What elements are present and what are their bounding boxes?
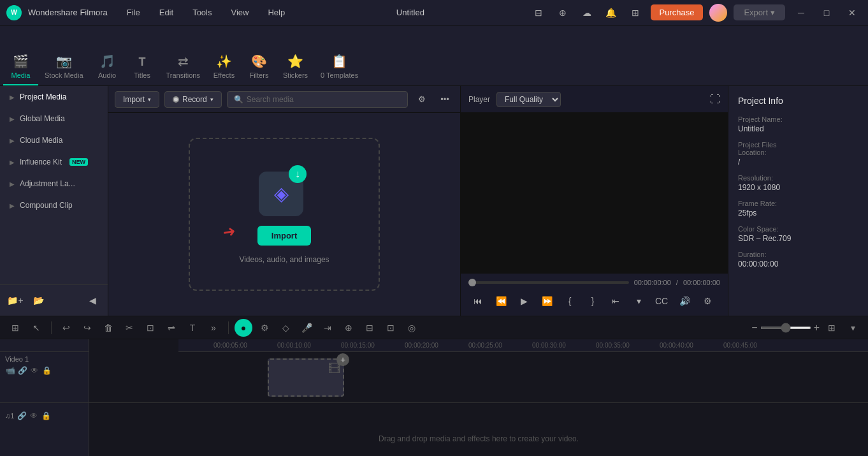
sidebar-item-compound-clip[interactable]: ▶ Compound Clip <box>0 195 108 216</box>
tab-transitions[interactable]: ⇄ Transitions <box>160 48 206 85</box>
system-icon-3[interactable]: ☁ <box>578 4 596 22</box>
sidebar-global-media-label: Global Media <box>20 114 65 123</box>
tab-stock-media[interactable]: 📷 Stock Media <box>38 48 90 85</box>
search-icon: 🔍 <box>234 95 243 104</box>
audio-link-icon[interactable]: 🔗 <box>17 411 27 421</box>
settings-timeline-button[interactable]: ⚙ <box>256 319 273 337</box>
system-icon-4[interactable]: 🔔 <box>602 4 620 22</box>
menu-view[interactable]: View <box>224 5 255 20</box>
cut-button[interactable]: ✂ <box>120 319 138 337</box>
tab-media[interactable]: 🎬 Media <box>3 48 38 85</box>
filter-icon[interactable]: ⚙ <box>413 91 431 108</box>
sidebar-item-cloud-media[interactable]: ▶ Cloud Media <box>0 129 108 151</box>
mark-out-button[interactable]: } <box>583 291 602 311</box>
crop-button[interactable]: ⊡ <box>141 319 159 337</box>
user-avatar[interactable] <box>709 4 727 22</box>
sidebar-item-project-media[interactable]: ▶ Project Media <box>0 86 108 108</box>
settings-button[interactable]: ⚙ <box>698 291 717 311</box>
frame-rate-label: Frame Rate: <box>738 200 858 207</box>
split-audio-button[interactable]: ⇌ <box>163 319 180 337</box>
video-camera-icon[interactable]: 📹 <box>5 365 15 376</box>
more-tools-button[interactable]: » <box>205 319 222 337</box>
timeline-select-button[interactable]: ↖ <box>27 319 45 337</box>
menu-file[interactable]: File <box>120 5 147 20</box>
import-toolbar: Import ▾ Record ▾ 🔍 Search media ⚙ <box>108 86 460 113</box>
tab-bar: 🎬 Media 📷 Stock Media 🎵 Audio T Titles ⇄… <box>0 26 868 86</box>
maximize-button[interactable]: □ <box>817 3 836 22</box>
sidebar-item-adjustment-layer[interactable]: ▶ Adjustment La... <box>0 173 108 195</box>
tab-titles[interactable]: T Titles <box>125 50 160 85</box>
go-to-out-button[interactable]: ▾ <box>629 291 648 311</box>
tab-stickers[interactable]: ⭐ Stickers <box>277 48 314 85</box>
progress-bar[interactable] <box>468 281 629 284</box>
tab-filters[interactable]: 🎨 Filters <box>242 48 277 85</box>
lock-icon[interactable]: 🔒 <box>41 365 52 376</box>
skip-back-button[interactable]: ⏮ <box>468 291 488 311</box>
eye-icon[interactable]: 👁 <box>29 365 40 376</box>
main-layout: 🎬 Media 📷 Stock Media 🎵 Audio T Titles ⇄… <box>0 26 868 456</box>
step-back-button[interactable]: ⏪ <box>491 291 510 311</box>
system-icon-5[interactable]: ⊞ <box>626 4 644 22</box>
collapse-panel-icon[interactable]: ◀ <box>83 291 101 309</box>
clip-add-icon[interactable]: + <box>336 353 349 366</box>
redo-button[interactable]: ↪ <box>78 319 96 337</box>
record-audio-button[interactable]: ● <box>235 319 252 337</box>
link-icon[interactable]: 🔗 <box>17 365 27 376</box>
more-options-icon[interactable]: ••• <box>436 91 454 108</box>
folder-icon[interactable]: 📂 <box>29 291 47 309</box>
fullscreen-button[interactable]: ⛶ <box>710 94 720 105</box>
zoom-slider[interactable] <box>760 327 811 329</box>
microphone-button[interactable]: 🎤 <box>298 319 315 337</box>
detach-audio-button[interactable]: ⇥ <box>319 319 336 337</box>
captions-button[interactable]: CC <box>652 291 671 311</box>
layout-button[interactable]: ⊞ <box>823 319 841 337</box>
tab-effects[interactable]: ✨ Effects <box>206 48 242 85</box>
zoom-in-icon[interactable]: + <box>814 322 820 334</box>
ruler-mark-2: 00:00:15:00 <box>341 342 375 349</box>
stabilize-button[interactable]: ◎ <box>403 319 421 337</box>
video-track[interactable]: + 🎞 <box>89 352 868 403</box>
add-folder-icon[interactable]: 📁+ <box>6 291 24 309</box>
import-big-button[interactable]: Import <box>257 226 311 246</box>
purchase-button[interactable]: Purchase <box>651 4 704 20</box>
quality-select[interactable]: Full Quality Half Quality <box>496 92 561 107</box>
play-button[interactable]: ▶ <box>514 291 533 311</box>
placeholder-clip[interactable]: + 🎞 <box>268 358 344 397</box>
go-to-in-button[interactable]: ⇤ <box>606 291 625 311</box>
zoom-out-icon[interactable]: − <box>751 322 757 334</box>
sidebar-item-influence-kit[interactable]: ▶ Influence Kit NEW <box>0 151 108 173</box>
text-button[interactable]: T <box>184 319 201 337</box>
search-box[interactable]: 🔍 Search media <box>227 91 408 108</box>
menu-tools[interactable]: Tools <box>186 5 218 20</box>
sidebar-item-global-media[interactable]: ▶ Global Media <box>0 108 108 129</box>
audio-track[interactable] <box>89 403 868 429</box>
speed-button[interactable]: ⊡ <box>382 319 400 337</box>
undo-button[interactable]: ↩ <box>57 319 75 337</box>
group-clips-button[interactable]: ⊕ <box>340 319 358 337</box>
tab-templates[interactable]: 📋 0 Templates <box>314 48 365 85</box>
export-button[interactable]: Export ▾ <box>734 4 785 20</box>
progress-handle[interactable] <box>468 279 476 286</box>
audio-lock-icon[interactable]: 🔒 <box>41 411 51 421</box>
mark-in-button[interactable]: { <box>560 291 579 311</box>
delete-button[interactable]: 🗑 <box>99 319 117 337</box>
volume-button[interactable]: 🔊 <box>675 291 694 311</box>
import-button[interactable]: Import ▾ <box>115 91 159 108</box>
audio-tab-icon: 🎵 <box>99 54 115 69</box>
timeline-snap-button[interactable]: ⊞ <box>6 319 24 337</box>
layout-options-button[interactable]: ▾ <box>844 319 862 337</box>
menu-help[interactable]: Help <box>261 5 291 20</box>
system-icon-2[interactable]: ⊕ <box>554 4 572 22</box>
drop-zone-inner[interactable]: ◈ ↓ ➜ Import Videos, audio, and images <box>189 138 380 291</box>
menu-edit[interactable]: Edit <box>153 5 180 20</box>
markers-button[interactable]: ◇ <box>277 319 294 337</box>
step-forward-button[interactable]: ⏩ <box>537 291 556 311</box>
audio-eye-icon[interactable]: 👁 <box>29 411 39 421</box>
close-button[interactable]: ✕ <box>843 3 862 22</box>
tab-audio[interactable]: 🎵 Audio <box>90 48 125 85</box>
media-tab-icon: 🎬 <box>13 54 29 69</box>
record-button[interactable]: Record ▾ <box>164 91 222 108</box>
system-icon-1[interactable]: ⊟ <box>530 4 547 22</box>
nest-clips-button[interactable]: ⊟ <box>361 319 379 337</box>
minimize-button[interactable]: ─ <box>792 3 811 22</box>
